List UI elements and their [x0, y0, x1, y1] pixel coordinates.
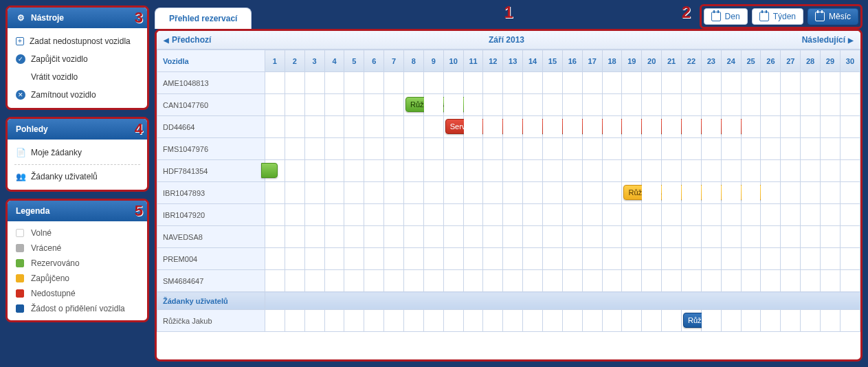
grid-cell[interactable]: [404, 270, 424, 292]
grid-cell[interactable]: [304, 116, 324, 138]
grid-cell[interactable]: [285, 138, 304, 160]
grid-cell[interactable]: [483, 72, 503, 94]
grid-cell[interactable]: [423, 160, 443, 182]
grid-cell[interactable]: [265, 160, 285, 182]
grid-cell[interactable]: [523, 94, 543, 116]
grid-cell[interactable]: [384, 310, 404, 332]
grid-cell[interactable]: [562, 116, 582, 138]
grid-cell[interactable]: [701, 94, 721, 116]
grid-cell[interactable]: [582, 160, 602, 182]
grid-cell[interactable]: [642, 94, 662, 116]
grid-cell[interactable]: [384, 138, 404, 160]
grid-cell[interactable]: [423, 72, 443, 94]
grid-cell[interactable]: [741, 226, 761, 248]
grid-cell[interactable]: [582, 72, 602, 94]
grid-cell[interactable]: [701, 138, 721, 160]
grid-cell[interactable]: [285, 248, 304, 270]
grid-cell[interactable]: [483, 182, 503, 204]
grid-cell[interactable]: [483, 94, 503, 116]
grid-cell[interactable]: [463, 72, 483, 94]
grid-cell[interactable]: [781, 116, 801, 138]
grid-cell[interactable]: [344, 94, 364, 116]
grid-cell[interactable]: [840, 204, 860, 226]
grid-cell[interactable]: [483, 204, 503, 226]
grid-cell[interactable]: [324, 116, 344, 138]
grid-cell[interactable]: [324, 94, 344, 116]
grid-cell[interactable]: [622, 226, 642, 248]
grid-cell[interactable]: [642, 248, 662, 270]
grid-cell[interactable]: [602, 270, 622, 292]
grid-cell[interactable]: [364, 94, 384, 116]
grid-cell[interactable]: [344, 138, 364, 160]
grid-cell[interactable]: [602, 226, 622, 248]
grid-cell[interactable]: [404, 248, 424, 270]
grid-cell[interactable]: [543, 248, 563, 270]
grid-cell[interactable]: [324, 182, 344, 204]
grid-cell[interactable]: [265, 94, 285, 116]
grid-cell[interactable]: [622, 160, 642, 182]
grid-cell[interactable]: [602, 72, 622, 94]
grid-cell[interactable]: [840, 270, 860, 292]
grid-cell[interactable]: [523, 116, 543, 138]
grid-cell[interactable]: [562, 204, 582, 226]
grid-cell[interactable]: [543, 270, 563, 292]
grid-cell[interactable]: [682, 138, 702, 160]
grid-cell[interactable]: [463, 94, 483, 116]
grid-cell[interactable]: [721, 160, 741, 182]
grid-cell[interactable]: [304, 310, 324, 332]
grid-cell[interactable]: [384, 182, 404, 204]
grid-cell[interactable]: [582, 248, 602, 270]
grid-cell[interactable]: [821, 138, 841, 160]
grid-cell[interactable]: [781, 72, 801, 94]
grid-cell[interactable]: [821, 204, 841, 226]
grid-cell[interactable]: [741, 204, 761, 226]
grid-cell[interactable]: [721, 116, 741, 138]
grid-cell[interactable]: [304, 94, 324, 116]
grid-cell[interactable]: [662, 310, 682, 332]
grid-cell[interactable]: [523, 204, 543, 226]
grid-cell[interactable]: [364, 116, 384, 138]
grid-cell[interactable]: [701, 204, 721, 226]
grid-cell[interactable]: [801, 160, 821, 182]
next-button[interactable]: Následující▶: [802, 35, 854, 45]
grid-cell[interactable]: [503, 182, 523, 204]
grid-cell[interactable]: [344, 310, 364, 332]
grid-cell[interactable]: [662, 72, 682, 94]
grid-cell[interactable]: [523, 270, 543, 292]
grid-cell[interactable]: [344, 160, 364, 182]
grid-cell[interactable]: [761, 94, 781, 116]
grid-cell[interactable]: [840, 72, 860, 94]
grid-cell[interactable]: [304, 270, 324, 292]
grid-cell[interactable]: [344, 116, 364, 138]
grid-cell[interactable]: [543, 72, 563, 94]
grid-cell[interactable]: [324, 72, 344, 94]
grid-cell[interactable]: [622, 248, 642, 270]
grid-cell[interactable]: [443, 310, 463, 332]
grid-cell[interactable]: [602, 310, 622, 332]
grid-cell[interactable]: [662, 226, 682, 248]
grid-cell[interactable]: [443, 204, 463, 226]
grid-cell[interactable]: [443, 248, 463, 270]
grid-cell[interactable]: [265, 182, 285, 204]
grid-cell[interactable]: [423, 248, 443, 270]
grid-cell[interactable]: [265, 226, 285, 248]
grid-cell[interactable]: [582, 182, 602, 204]
grid-cell[interactable]: [602, 160, 622, 182]
grid-cell[interactable]: [761, 310, 781, 332]
tool-item[interactable]: ✕Zamítnout vozidlo: [8, 86, 147, 104]
grid-cell[interactable]: [761, 160, 781, 182]
grid-cell[interactable]: [761, 204, 781, 226]
grid-cell[interactable]: [562, 72, 582, 94]
grid-cell[interactable]: [285, 270, 304, 292]
grid-cell[interactable]: [801, 72, 821, 94]
grid-cell[interactable]: [682, 248, 702, 270]
grid-cell[interactable]: [562, 160, 582, 182]
grid-cell[interactable]: Servis: [443, 116, 463, 138]
grid-cell[interactable]: [384, 160, 404, 182]
grid-cell[interactable]: [642, 182, 662, 204]
grid-cell[interactable]: [642, 116, 662, 138]
tab-overview[interactable]: Přehled rezervací: [155, 8, 252, 29]
grid-cell[interactable]: [721, 310, 741, 332]
grid-cell[interactable]: [483, 270, 503, 292]
grid-cell[interactable]: Růžička Jakub: [622, 182, 642, 204]
